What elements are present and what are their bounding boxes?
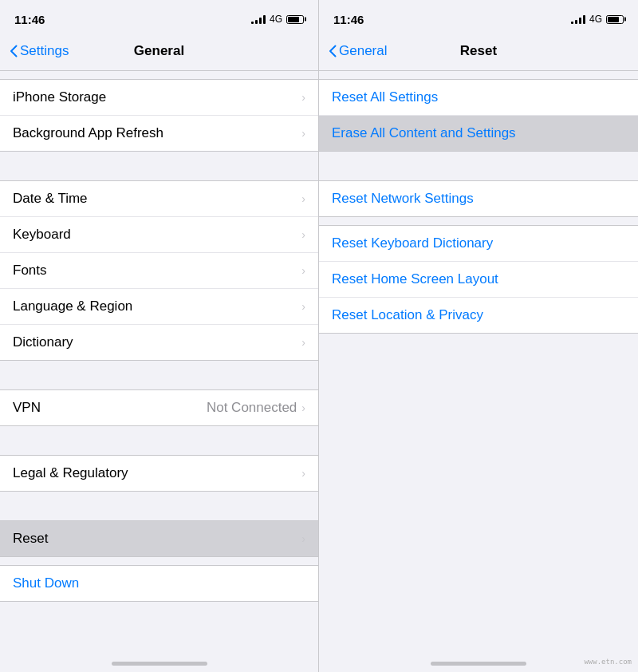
left-panel: 11:46 4G Settings General [0, 0, 319, 672]
list-item-right: › [301, 300, 305, 313]
reset-home-screen-label: Reset Home Screen Layout [332, 271, 498, 287]
chevron-icon: › [301, 228, 305, 241]
left-group4: Legal & Regulatory › [0, 455, 318, 492]
right-status-icons: 4G [571, 14, 624, 25]
battery-icon [286, 15, 304, 24]
erase-all-item[interactable]: Erase All Content and Settings [319, 116, 638, 151]
chevron-icon: › [301, 300, 305, 313]
list-item[interactable]: Language & Region › [0, 289, 318, 325]
left-status-time: 11:46 [14, 13, 45, 26]
list-item-right: › [301, 127, 305, 140]
chevron-icon: › [301, 336, 305, 349]
list-item-right: › [301, 467, 305, 480]
chevron-icon: › [301, 264, 305, 277]
list-item[interactable]: Legal & Regulatory › [0, 456, 318, 491]
network-label: 4G [270, 14, 282, 25]
right-status-time: 11:46 [333, 13, 364, 26]
signal-icon [571, 14, 585, 24]
right-nav-bar: General Reset [319, 35, 638, 70]
dictionary-label: Dictionary [13, 334, 73, 350]
battery-icon [606, 15, 624, 24]
list-item-right: › [301, 336, 305, 349]
left-home-indicator [0, 645, 318, 672]
right-nav-title: Reset [460, 43, 497, 59]
list-item-right: Not Connected › [207, 400, 305, 416]
reset-home-screen-item[interactable]: Reset Home Screen Layout [319, 262, 638, 298]
list-item[interactable]: Date & Time › [0, 181, 318, 217]
vpn-label: VPN [13, 400, 41, 416]
list-item-right: › [301, 91, 305, 104]
left-nav-title: General [134, 43, 184, 59]
iphone-storage-label: iPhone Storage [13, 89, 106, 105]
chevron-icon: › [301, 467, 305, 480]
signal-icon [251, 14, 266, 24]
chevron-icon: › [301, 532, 305, 545]
reset-location-item[interactable]: Reset Location & Privacy [319, 298, 638, 333]
list-item[interactable]: VPN Not Connected › [0, 390, 318, 425]
list-item-right: › [301, 264, 305, 277]
right-back-label: General [339, 43, 387, 59]
list-item-right: › [301, 228, 305, 241]
network-label: 4G [589, 14, 602, 25]
left-status-bar: 11:46 4G [0, 0, 318, 35]
left-group3: VPN Not Connected › [0, 389, 318, 426]
list-item[interactable]: Keyboard › [0, 217, 318, 253]
right-back-button[interactable]: General [329, 43, 387, 59]
fonts-label: Fonts [13, 263, 47, 279]
left-group2: Date & Time › Keyboard › Fonts › Languag… [0, 180, 318, 361]
right-group1: Reset All Settings Erase All Content and… [319, 79, 638, 152]
legal-label: Legal & Regulatory [13, 465, 128, 481]
reset-all-settings-item[interactable]: Reset All Settings [319, 80, 638, 116]
bg-refresh-label: Background App Refresh [13, 125, 163, 141]
reset-network-item[interactable]: Reset Network Settings [319, 181, 638, 216]
right-settings-content: Reset All Settings Erase All Content and… [319, 71, 638, 646]
left-group1: iPhone Storage › Background App Refresh … [0, 79, 318, 152]
left-nav-bar: Settings General [0, 35, 318, 70]
chevron-icon: › [301, 401, 305, 414]
home-bar [431, 662, 526, 666]
list-item[interactable]: Fonts › [0, 253, 318, 289]
reset-keyboard-item[interactable]: Reset Keyboard Dictionary [319, 226, 638, 262]
chevron-icon: › [301, 127, 305, 140]
list-item[interactable]: iPhone Storage › [0, 80, 318, 116]
list-item[interactable]: Dictionary › [0, 325, 318, 360]
list-item-right: › [301, 532, 305, 545]
reset-network-label: Reset Network Settings [332, 191, 474, 207]
chevron-icon: › [301, 192, 305, 205]
right-group3: Reset Keyboard Dictionary Reset Home Scr… [319, 225, 638, 334]
right-group2: Reset Network Settings [319, 180, 638, 217]
right-panel: 11:46 4G General Reset [319, 0, 638, 672]
shutdown-label: Shut Down [13, 575, 79, 591]
home-bar [112, 662, 207, 666]
keyboard-label: Keyboard [13, 227, 71, 243]
list-item-right: › [301, 192, 305, 205]
reset-all-settings-label: Reset All Settings [332, 89, 438, 105]
watermark: www.etn.com [584, 658, 632, 666]
vpn-value: Not Connected [207, 400, 297, 416]
chevron-icon: › [301, 91, 305, 104]
date-time-label: Date & Time [13, 191, 88, 207]
shutdown-item[interactable]: Shut Down [0, 565, 318, 602]
list-item[interactable]: Background App Refresh › [0, 116, 318, 151]
reset-label: Reset [13, 531, 48, 547]
language-region-label: Language & Region [13, 298, 132, 314]
left-settings-content: iPhone Storage › Background App Refresh … [0, 71, 318, 646]
left-back-label: Settings [20, 43, 69, 59]
left-status-icons: 4G [251, 14, 304, 25]
reset-location-label: Reset Location & Privacy [332, 307, 483, 323]
reset-keyboard-label: Reset Keyboard Dictionary [332, 235, 493, 251]
left-back-button[interactable]: Settings [10, 43, 69, 59]
reset-list-item[interactable]: Reset › [0, 521, 318, 556]
left-reset-section: Reset › [0, 520, 318, 557]
erase-all-label: Erase All Content and Settings [332, 125, 516, 141]
right-status-bar: 11:46 4G [319, 0, 638, 35]
